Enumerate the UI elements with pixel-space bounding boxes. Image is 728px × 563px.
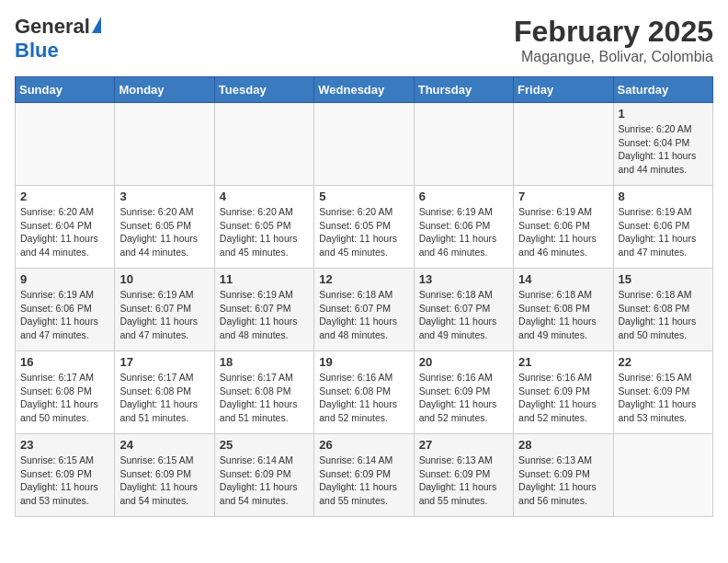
weekday-header-row: SundayMondayTuesdayWednesdayThursdayFrid…	[16, 77, 713, 103]
calendar-cell: 23Sunrise: 6:15 AM Sunset: 6:09 PM Dayli…	[16, 434, 115, 517]
day-number: 25	[220, 438, 309, 452]
logo-blue-text: Blue	[15, 39, 59, 63]
calendar-cell: 25Sunrise: 6:14 AM Sunset: 6:09 PM Dayli…	[214, 434, 313, 517]
weekday-header-saturday: Saturday	[613, 77, 712, 103]
day-number: 28	[518, 438, 608, 452]
calendar-cell: 14Sunrise: 6:18 AM Sunset: 6:08 PM Dayli…	[514, 269, 613, 351]
day-number: 22	[619, 355, 708, 369]
calendar-cell: 13Sunrise: 6:18 AM Sunset: 6:07 PM Dayli…	[414, 269, 513, 351]
calendar-cell: 27Sunrise: 6:13 AM Sunset: 6:09 PM Dayli…	[414, 434, 513, 517]
day-number: 27	[419, 438, 508, 452]
calendar-cell: 6Sunrise: 6:19 AM Sunset: 6:06 PM Daylig…	[414, 186, 513, 269]
day-info: Sunrise: 6:19 AM Sunset: 6:06 PM Dayligh…	[419, 205, 508, 259]
weekday-header-sunday: Sunday	[16, 77, 115, 103]
day-number: 12	[319, 272, 408, 286]
logo-general-text: General	[15, 15, 90, 39]
day-info: Sunrise: 6:18 AM Sunset: 6:07 PM Dayligh…	[319, 288, 408, 342]
title-block: February 2025 Magangue, Bolivar, Colombi…	[514, 15, 713, 65]
calendar-cell: 22Sunrise: 6:15 AM Sunset: 6:09 PM Dayli…	[613, 351, 712, 434]
calendar-cell: 10Sunrise: 6:19 AM Sunset: 6:07 PM Dayli…	[115, 269, 214, 351]
day-number: 5	[319, 190, 408, 203]
calendar-week-row: 16Sunrise: 6:17 AM Sunset: 6:08 PM Dayli…	[16, 351, 713, 434]
day-info: Sunrise: 6:13 AM Sunset: 6:09 PM Dayligh…	[518, 454, 608, 508]
calendar-cell: 2Sunrise: 6:20 AM Sunset: 6:04 PM Daylig…	[16, 186, 115, 269]
calendar-cell: 11Sunrise: 6:19 AM Sunset: 6:07 PM Dayli…	[214, 269, 313, 351]
day-info: Sunrise: 6:20 AM Sunset: 6:05 PM Dayligh…	[220, 205, 309, 259]
day-number: 10	[119, 272, 209, 286]
logo-triangle-icon	[92, 17, 101, 33]
day-info: Sunrise: 6:17 AM Sunset: 6:08 PM Dayligh…	[119, 371, 209, 425]
day-info: Sunrise: 6:14 AM Sunset: 6:09 PM Dayligh…	[220, 454, 309, 508]
calendar-cell: 9Sunrise: 6:19 AM Sunset: 6:06 PM Daylig…	[16, 269, 115, 351]
day-number: 23	[20, 438, 109, 452]
day-number: 16	[20, 355, 109, 369]
calendar-cell: 16Sunrise: 6:17 AM Sunset: 6:08 PM Dayli…	[16, 351, 115, 434]
day-number: 15	[619, 272, 708, 286]
day-number: 21	[518, 355, 608, 369]
day-info: Sunrise: 6:14 AM Sunset: 6:09 PM Dayligh…	[319, 454, 408, 508]
day-info: Sunrise: 6:17 AM Sunset: 6:08 PM Dayligh…	[220, 371, 309, 425]
calendar-cell: 17Sunrise: 6:17 AM Sunset: 6:08 PM Dayli…	[115, 351, 214, 434]
calendar-cell	[514, 103, 613, 186]
day-info: Sunrise: 6:19 AM Sunset: 6:07 PM Dayligh…	[220, 288, 309, 342]
day-number: 24	[119, 438, 209, 452]
day-info: Sunrise: 6:15 AM Sunset: 6:09 PM Dayligh…	[619, 371, 708, 425]
day-number: 26	[319, 438, 408, 452]
calendar-week-row: 23Sunrise: 6:15 AM Sunset: 6:09 PM Dayli…	[16, 434, 713, 517]
calendar-cell: 28Sunrise: 6:13 AM Sunset: 6:09 PM Dayli…	[514, 434, 613, 517]
calendar-cell	[115, 103, 214, 186]
calendar-cell: 26Sunrise: 6:14 AM Sunset: 6:09 PM Dayli…	[314, 434, 414, 517]
calendar-week-row: 2Sunrise: 6:20 AM Sunset: 6:04 PM Daylig…	[16, 186, 713, 269]
day-number: 6	[419, 190, 508, 203]
day-info: Sunrise: 6:13 AM Sunset: 6:09 PM Dayligh…	[419, 454, 508, 508]
day-number: 19	[319, 355, 408, 369]
day-info: Sunrise: 6:17 AM Sunset: 6:08 PM Dayligh…	[20, 371, 109, 425]
day-info: Sunrise: 6:20 AM Sunset: 6:04 PM Dayligh…	[619, 122, 708, 177]
day-number: 7	[518, 190, 608, 203]
day-number: 3	[119, 190, 209, 203]
day-info: Sunrise: 6:18 AM Sunset: 6:08 PM Dayligh…	[619, 288, 708, 342]
day-number: 11	[220, 272, 309, 286]
page-header: General Blue February 2025 Magangue, Bol…	[15, 15, 713, 65]
day-info: Sunrise: 6:20 AM Sunset: 6:04 PM Dayligh…	[20, 205, 109, 259]
day-number: 18	[220, 355, 309, 369]
calendar-cell: 3Sunrise: 6:20 AM Sunset: 6:05 PM Daylig…	[115, 186, 214, 269]
day-number: 1	[619, 107, 708, 121]
calendar-cell	[414, 103, 513, 186]
day-number: 2	[20, 190, 109, 203]
day-info: Sunrise: 6:19 AM Sunset: 6:06 PM Dayligh…	[20, 288, 109, 342]
calendar-cell: 15Sunrise: 6:18 AM Sunset: 6:08 PM Dayli…	[613, 269, 712, 351]
month-title: February 2025	[514, 15, 713, 49]
day-number: 9	[20, 272, 109, 286]
day-info: Sunrise: 6:16 AM Sunset: 6:08 PM Dayligh…	[319, 371, 408, 425]
day-info: Sunrise: 6:15 AM Sunset: 6:09 PM Dayligh…	[20, 454, 109, 508]
weekday-header-wednesday: Wednesday	[314, 77, 414, 103]
calendar-week-row: 1Sunrise: 6:20 AM Sunset: 6:04 PM Daylig…	[16, 103, 713, 186]
calendar-cell: 8Sunrise: 6:19 AM Sunset: 6:06 PM Daylig…	[613, 186, 712, 269]
calendar-cell	[314, 103, 414, 186]
calendar-cell	[16, 103, 115, 186]
calendar-cell: 21Sunrise: 6:16 AM Sunset: 6:09 PM Dayli…	[514, 351, 613, 434]
day-number: 13	[419, 272, 508, 286]
weekday-header-monday: Monday	[115, 77, 214, 103]
weekday-header-tuesday: Tuesday	[214, 77, 313, 103]
calendar-cell: 7Sunrise: 6:19 AM Sunset: 6:06 PM Daylig…	[514, 186, 613, 269]
day-info: Sunrise: 6:20 AM Sunset: 6:05 PM Dayligh…	[319, 205, 408, 259]
day-info: Sunrise: 6:16 AM Sunset: 6:09 PM Dayligh…	[419, 371, 508, 425]
day-info: Sunrise: 6:15 AM Sunset: 6:09 PM Dayligh…	[119, 454, 209, 508]
day-number: 14	[518, 272, 608, 286]
day-number: 20	[419, 355, 508, 369]
calendar-cell	[214, 103, 313, 186]
calendar-cell: 20Sunrise: 6:16 AM Sunset: 6:09 PM Dayli…	[414, 351, 513, 434]
calendar-cell: 5Sunrise: 6:20 AM Sunset: 6:05 PM Daylig…	[314, 186, 414, 269]
weekday-header-thursday: Thursday	[414, 77, 513, 103]
calendar-cell: 1Sunrise: 6:20 AM Sunset: 6:04 PM Daylig…	[613, 103, 712, 186]
day-number: 8	[619, 190, 708, 203]
calendar-cell: 18Sunrise: 6:17 AM Sunset: 6:08 PM Dayli…	[214, 351, 313, 434]
day-number: 4	[220, 190, 309, 203]
day-info: Sunrise: 6:16 AM Sunset: 6:09 PM Dayligh…	[518, 371, 608, 425]
day-info: Sunrise: 6:18 AM Sunset: 6:08 PM Dayligh…	[518, 288, 608, 342]
day-info: Sunrise: 6:19 AM Sunset: 6:06 PM Dayligh…	[619, 205, 708, 259]
day-info: Sunrise: 6:19 AM Sunset: 6:06 PM Dayligh…	[518, 205, 608, 259]
calendar-cell	[613, 434, 712, 517]
